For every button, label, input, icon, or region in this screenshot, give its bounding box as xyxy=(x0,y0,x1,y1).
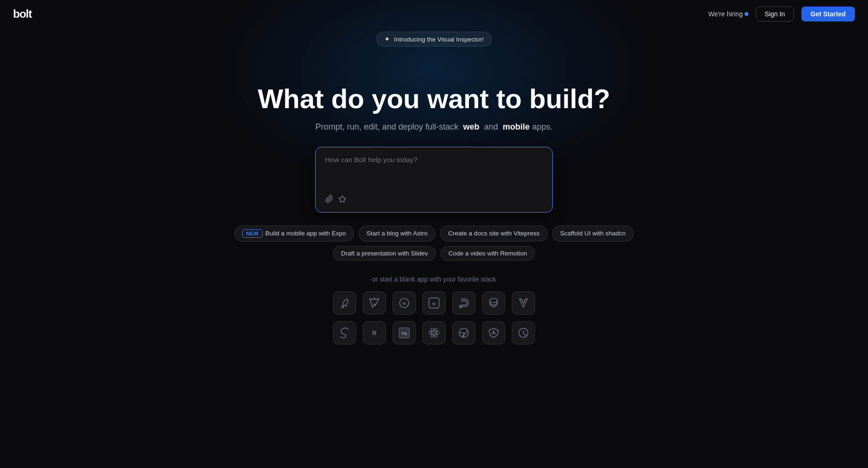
react-icon[interactable] xyxy=(422,321,446,344)
next-icon[interactable]: N xyxy=(422,291,446,315)
astro-icon[interactable] xyxy=(333,291,356,315)
suggestion-chip-shadcn[interactable]: Scaffold UI with shadcn xyxy=(552,226,634,241)
framework-row-1: N N xyxy=(333,291,535,315)
blank-stack-label: or start a blank app with your favorite … xyxy=(372,275,496,283)
angular-icon[interactable] xyxy=(482,321,505,344)
svg-point-12 xyxy=(433,332,434,333)
prompt-toolbar xyxy=(325,195,543,206)
svg-text:N: N xyxy=(432,301,435,306)
announcement-text: Introducing the Visual Inspector! xyxy=(394,36,484,43)
prompt-input[interactable] xyxy=(325,156,543,188)
svelte-icon[interactable] xyxy=(333,321,356,344)
svg-text:R: R xyxy=(372,330,377,337)
subheadline-text: Prompt, run, edit, and deploy full-stack xyxy=(315,122,458,131)
hero-subheadline: Prompt, run, edit, and deploy full-stack… xyxy=(315,122,552,132)
solidjs-icon[interactable] xyxy=(482,291,505,315)
navbar: bolt We're hiring Sign In Get Started xyxy=(0,0,868,28)
hero-headline: What do you want to build? xyxy=(258,84,610,114)
gatsby-icon[interactable] xyxy=(452,321,475,344)
remix-icon[interactable] xyxy=(452,291,475,315)
qwik-icon[interactable] xyxy=(512,321,535,344)
suggestion-slidev-text: Draft a presentation with Slidev xyxy=(341,250,428,257)
web-bold: web xyxy=(463,122,480,131)
suggestion-shadcn-text: Scaffold UI with shadcn xyxy=(560,230,626,237)
new-badge: NEW xyxy=(242,229,262,238)
hiring-link[interactable]: We're hiring xyxy=(708,10,748,18)
svg-marker-0 xyxy=(339,195,346,202)
mobile-bold: mobile xyxy=(503,122,530,131)
suggestion-astro-text: Start a blog with Astro xyxy=(366,230,427,237)
suggestion-chip-expo[interactable]: NEW Build a mobile app with Expo xyxy=(234,226,354,241)
svg-text:TS: TS xyxy=(401,331,407,336)
svg-text:N: N xyxy=(402,301,406,306)
redwood-icon[interactable]: R xyxy=(363,321,386,344)
suggestions-container: NEW Build a mobile app with Expo Start a… xyxy=(234,226,634,261)
logo[interactable]: bolt xyxy=(13,7,32,21)
main-content: What do you want to build? Prompt, run, … xyxy=(0,84,868,344)
vite-icon[interactable] xyxy=(363,291,386,315)
attach-icon[interactable] xyxy=(325,195,333,206)
suggestion-vitepress-text: Create a docs site with Vitepress xyxy=(448,230,539,237)
suggestion-expo-text: Build a mobile app with Expo xyxy=(265,230,346,237)
enhance-icon[interactable] xyxy=(338,195,346,206)
hiring-text: We're hiring xyxy=(708,10,743,18)
suggestion-remotion-text: Code a video with Remotion xyxy=(448,250,527,257)
hiring-dot xyxy=(745,12,748,16)
svg-point-5 xyxy=(489,298,497,303)
suggestion-chip-vitepress[interactable]: Create a docs site with Vitepress xyxy=(440,226,547,241)
inspector-icon: ✦ xyxy=(384,35,390,43)
nuxt-icon[interactable]: N xyxy=(393,291,416,315)
signin-button[interactable]: Sign In xyxy=(756,7,794,21)
framework-icons: N N xyxy=(333,291,535,344)
framework-row-2: R TS xyxy=(333,321,535,344)
announcement-bar: ✦ Introducing the Visual Inspector! xyxy=(0,32,868,47)
getstarted-button[interactable]: Get Started xyxy=(801,7,855,21)
typescript-icon[interactable]: TS xyxy=(393,321,416,344)
prompt-box xyxy=(315,147,553,213)
suggestion-chip-remotion[interactable]: Code a video with Remotion xyxy=(441,246,535,261)
nav-right: We're hiring Sign In Get Started xyxy=(708,7,855,21)
announcement-pill[interactable]: ✦ Introducing the Visual Inspector! xyxy=(376,32,492,47)
suggestion-chip-slidev[interactable]: Draft a presentation with Slidev xyxy=(333,246,436,261)
suggestion-chip-astro[interactable]: Start a blog with Astro xyxy=(359,226,435,241)
vue-icon[interactable] xyxy=(512,291,535,315)
